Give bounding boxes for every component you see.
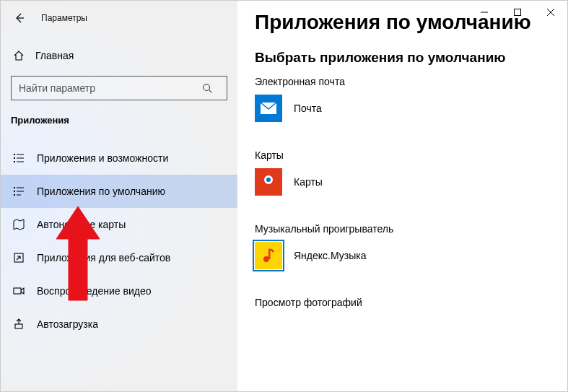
nav-item-offline-maps[interactable]: Автономные карты: [1, 208, 237, 241]
group-maps: Карты Карты: [255, 149, 567, 196]
sidebar: Параметры Главная Приложения Приложения …: [1, 1, 237, 391]
window-title: Параметры: [41, 13, 87, 23]
group-photos: Просмотр фотографий: [255, 297, 567, 308]
svg-rect-11: [14, 191, 15, 192]
maps-app-icon: [255, 168, 282, 196]
app-name: Почта: [294, 103, 322, 114]
group-email: Электронная почта Почта: [255, 76, 567, 122]
svg-rect-7: [14, 161, 15, 162]
nav-item-video-playback[interactable]: Воспроизведение видео: [1, 274, 237, 308]
svg-rect-6: [17, 158, 24, 159]
video-icon: [12, 285, 25, 297]
svg-point-26: [263, 256, 269, 262]
app-row-email[interactable]: Почта: [255, 95, 567, 122]
svg-rect-19: [515, 9, 521, 16]
category-label: Карты: [255, 149, 567, 161]
nav-list: Приложения и возможности Приложения по у…: [1, 141, 237, 341]
nav-label: Приложения по умолчанию: [37, 186, 165, 197]
nav-item-apps-websites[interactable]: Приложения для веб-сайтов: [1, 241, 237, 274]
home-label: Главная: [35, 50, 74, 61]
nav-item-apps-features[interactable]: Приложения и возможности: [1, 141, 237, 175]
mail-app-icon: [255, 95, 282, 122]
search-input[interactable]: [12, 82, 202, 94]
close-button[interactable]: [534, 1, 567, 24]
svg-rect-10: [17, 188, 24, 188]
svg-rect-12: [17, 191, 24, 192]
svg-line-2: [209, 90, 212, 93]
search-icon: [202, 83, 227, 93]
app-row-maps[interactable]: Карты: [255, 168, 567, 196]
nav-label: Воспроизведение видео: [37, 285, 151, 297]
home-icon: [12, 50, 25, 61]
nav-item-default-apps[interactable]: Приложения по умолчанию: [1, 175, 237, 208]
svg-point-1: [204, 84, 210, 91]
nav-label: Автономные карты: [37, 219, 126, 230]
svg-rect-3: [14, 154, 15, 155]
svg-rect-9: [14, 187, 15, 188]
search-box[interactable]: [11, 76, 227, 100]
svg-point-25: [266, 178, 271, 182]
minimize-button[interactable]: [468, 1, 501, 24]
category-label: Музыкальный проигрыватель: [255, 223, 567, 235]
category-label: Просмотр фотографий: [255, 297, 567, 308]
window-controls: [468, 1, 567, 24]
home-button[interactable]: Главная: [1, 43, 237, 69]
default-apps-icon: [12, 186, 25, 197]
app-row-music[interactable]: Яндекс.Музыка: [255, 242, 567, 269]
section-header: Приложения: [1, 100, 237, 131]
titlebar-left: Параметры: [1, 6, 237, 30]
svg-rect-4: [17, 154, 24, 155]
svg-rect-16: [14, 288, 21, 294]
back-arrow-icon: [14, 12, 25, 24]
list-icon: [12, 152, 25, 164]
nav-label: Приложения для веб-сайтов: [37, 252, 170, 263]
app-name: Карты: [294, 176, 323, 188]
nav-label: Приложения и возможности: [37, 152, 168, 164]
app-name: Яндекс.Музыка: [294, 250, 367, 261]
maximize-icon: [514, 9, 521, 16]
music-app-icon: [255, 242, 282, 269]
nav-label: Автозагрузка: [37, 318, 98, 330]
nav-item-startup[interactable]: Автозагрузка: [1, 308, 237, 341]
section-title: Выбрать приложения по умолчанию: [255, 50, 567, 66]
svg-rect-27: [268, 250, 271, 259]
back-button[interactable]: [5, 6, 34, 30]
category-label: Электронная почта: [255, 76, 567, 87]
map-icon: [12, 219, 25, 230]
open-icon: [12, 252, 25, 263]
main-content: Приложения по умолчанию Выбрать приложен…: [237, 1, 567, 391]
group-music: Музыкальный проигрыватель Яндекс.Музыка: [255, 223, 567, 269]
startup-icon: [12, 318, 25, 330]
close-icon: [547, 9, 554, 16]
svg-rect-13: [14, 194, 15, 196]
svg-rect-5: [14, 157, 15, 159]
svg-rect-8: [17, 162, 24, 162]
svg-rect-14: [17, 195, 21, 196]
minimize-icon: [481, 9, 488, 16]
svg-rect-17: [15, 324, 22, 328]
maximize-button[interactable]: [501, 1, 534, 24]
